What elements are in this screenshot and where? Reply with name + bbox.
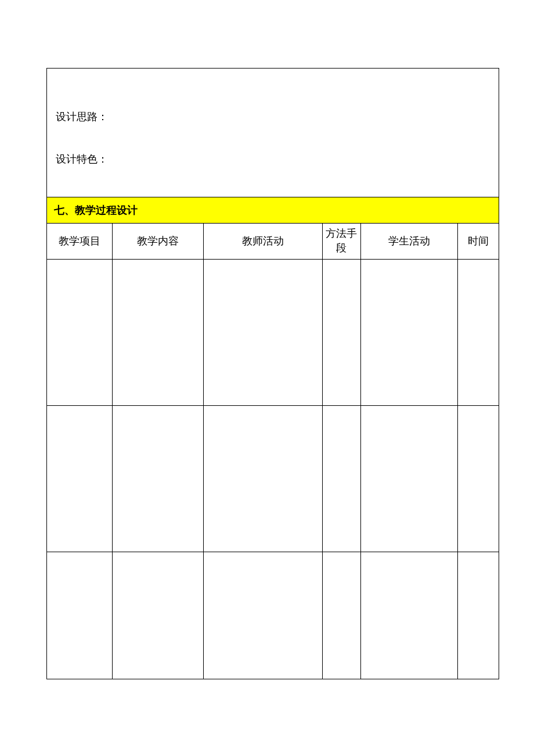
top-section: 设计思路： 设计特色：: [46, 68, 499, 197]
header-student-activity: 学生活动: [360, 223, 457, 259]
cell: [204, 405, 322, 552]
page-content: 设计思路： 设计特色： 七、教学过程设计 教学项目 教学内容 教师活动 方法手段…: [46, 68, 499, 679]
top-section-inner: 设计思路： 设计特色：: [47, 69, 499, 197]
cell: [113, 552, 204, 679]
cell: [360, 552, 457, 679]
cell: [360, 405, 457, 552]
design-feature-label: 设计特色：: [56, 151, 490, 168]
section-header: 七、教学过程设计: [46, 197, 499, 223]
cell: [457, 259, 499, 405]
cell: [322, 552, 360, 679]
table-row: [47, 552, 499, 679]
cell: [360, 259, 457, 405]
header-teaching-content: 教学内容: [113, 223, 204, 259]
teaching-process-table: 教学项目 教学内容 教师活动 方法手段 学生活动 时间: [46, 223, 499, 679]
cell: [47, 552, 113, 679]
cell: [113, 405, 204, 552]
header-teacher-activity: 教师活动: [204, 223, 322, 259]
cell: [204, 552, 322, 679]
cell: [204, 259, 322, 405]
table-row: [47, 259, 499, 405]
cell: [47, 259, 113, 405]
cell: [457, 552, 499, 679]
table-row: [47, 405, 499, 552]
header-method: 方法手段: [322, 223, 360, 259]
header-time: 时间: [457, 223, 499, 259]
cell: [322, 405, 360, 552]
header-teaching-item: 教学项目: [47, 223, 113, 259]
cell: [113, 259, 204, 405]
design-thinking-label: 设计思路：: [56, 109, 490, 125]
cell: [322, 259, 360, 405]
cell: [47, 405, 113, 552]
table-header-row: 教学项目 教学内容 教师活动 方法手段 学生活动 时间: [47, 223, 499, 259]
cell: [457, 405, 499, 552]
